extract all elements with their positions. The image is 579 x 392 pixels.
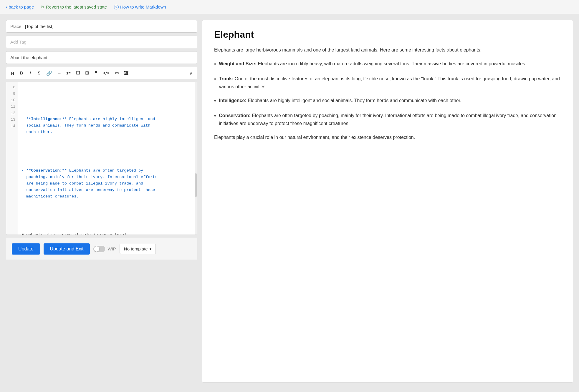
editor-area[interactable]: 8 9 10 11 12 13 14 - **Intelli (6, 82, 197, 235)
toolbar-heading-btn[interactable]: H (9, 69, 17, 77)
list-item-bold: Weight and Size: (219, 61, 257, 66)
tag-placeholder: Add Tag (10, 39, 27, 44)
toolbar-table-btn[interactable]: ⊞ (83, 69, 91, 77)
update-button[interactable]: Update (12, 243, 40, 255)
wip-toggle-track[interactable] (93, 246, 105, 252)
list-item-text: Elephants are highly intelligent and soc… (248, 98, 461, 103)
preview-panel: Elephant Elephants are large herbivorous… (202, 20, 573, 383)
code-line-9: - **Intelligence:** Elephants are highly… (21, 116, 191, 135)
title-value: About the elephant (10, 55, 47, 60)
back-to-page-label: back to page (9, 4, 34, 9)
list-item-text: One of the most distinctive features of … (219, 76, 560, 89)
list-item-bold: Conservation: (219, 113, 251, 118)
markdown-help-link[interactable]: ? How to write Markdown (114, 4, 166, 9)
revert-link[interactable]: ↻ Revert to the latest saved state (41, 4, 107, 9)
editor-toolbar: H B I S 🔗 ≡ 1≡ ☐ ⊞ ❝ </> ▭ 🖼 ∧ (6, 67, 197, 79)
template-dropdown[interactable]: No template ▾ (120, 244, 156, 254)
list-item-bold: Intelligence: (219, 98, 246, 103)
line-numbers: 8 9 10 11 12 13 14 (6, 82, 18, 235)
list-item: Weight and Size: Elephants are incredibl… (214, 60, 561, 69)
wip-toggle-thumb (94, 246, 99, 252)
toolbar-blockquote-btn[interactable]: ❝ (92, 69, 100, 77)
list-item-content: Conservation: Elephants are often target… (219, 112, 561, 127)
template-label: No template (124, 246, 148, 251)
bottom-bar: Update Update and Exit WIP No template ▾ (6, 238, 197, 260)
code-line-8 (21, 97, 191, 103)
editor-scrollbar-thumb (195, 173, 197, 197)
preview-title: Elephant (214, 29, 561, 40)
toolbar-strikethrough-btn[interactable]: S (35, 69, 43, 77)
list-item: Intelligence: Elephants are highly intel… (214, 97, 561, 106)
revert-icon: ↻ (41, 5, 44, 9)
code-line-11: - **Conservation:** Elephants are often … (21, 167, 191, 200)
list-item-content: Weight and Size: Elephants are incredibl… (219, 60, 526, 68)
question-icon: ? (114, 5, 119, 9)
list-item: Conservation: Elephants are often target… (214, 112, 561, 127)
tag-input[interactable]: Add Tag (6, 36, 197, 48)
list-item-bold: Trunk: (219, 76, 233, 81)
preview-intro: Elephants are large herbivorous mammals … (214, 46, 561, 54)
revert-label: Revert to the latest saved state (46, 4, 107, 9)
toolbar-bold-btn[interactable]: B (17, 69, 26, 77)
toolbar-numbered-list-btn[interactable]: 1≡ (64, 69, 73, 77)
code-line-12 (21, 212, 191, 219)
toolbar-checkbox-btn[interactable]: ☐ (74, 69, 82, 77)
preview-footer: Elephants play a crucial role in our nat… (214, 133, 561, 141)
editor-content[interactable]: - **Intelligence:** Elephants are highly… (18, 82, 195, 235)
editor-scrollbar[interactable] (195, 82, 197, 235)
preview-list: Weight and Size: Elephants are incredibl… (214, 60, 561, 127)
main-content: Place: [Top of the list] Add Tag About t… (0, 14, 579, 392)
title-input[interactable]: About the elephant (6, 51, 197, 64)
wip-toggle[interactable]: WIP (93, 246, 116, 252)
toolbar-expand-icon[interactable]: ∧ (188, 69, 195, 77)
list-item-content: Intelligence: Elephants are highly intel… (219, 97, 461, 104)
list-item-text: Elephants are incredibly heavy, with mat… (258, 61, 526, 66)
top-bar: ‹ back to page ↻ Revert to the latest sa… (0, 0, 579, 14)
left-panel: Place: [Top of the list] Add Tag About t… (6, 20, 197, 386)
toolbar-embed-btn[interactable]: ▭ (113, 69, 121, 77)
toolbar-italic-btn[interactable]: I (26, 69, 34, 77)
chevron-left-icon: ‹ (6, 4, 7, 10)
list-item: Trunk: One of the most distinctive featu… (214, 75, 561, 91)
markdown-help-label: How to write Markdown (120, 4, 166, 9)
toolbar-code-btn[interactable]: </> (101, 69, 112, 77)
place-value: [Top of the list] (25, 24, 54, 29)
wip-label: WIP (107, 246, 116, 251)
toolbar-image-btn[interactable]: 🖼 (122, 69, 131, 77)
toolbar-bullet-list-btn[interactable]: ≡ (55, 69, 63, 77)
chevron-down-icon: ▾ (150, 247, 151, 251)
place-field[interactable]: Place: [Top of the list] (6, 20, 197, 33)
update-and-exit-button[interactable]: Update and Exit (44, 243, 90, 255)
code-line-13: Elephants play a crucial role in our nat… (21, 232, 191, 235)
list-item-text: Elephants are often targeted by poaching… (219, 113, 557, 126)
back-to-page-link[interactable]: ‹ back to page (6, 4, 34, 10)
code-line-10 (21, 148, 191, 155)
list-item-content: Trunk: One of the most distinctive featu… (219, 75, 561, 91)
place-label: Place: (10, 24, 23, 29)
toolbar-link-btn[interactable]: 🔗 (44, 69, 54, 77)
